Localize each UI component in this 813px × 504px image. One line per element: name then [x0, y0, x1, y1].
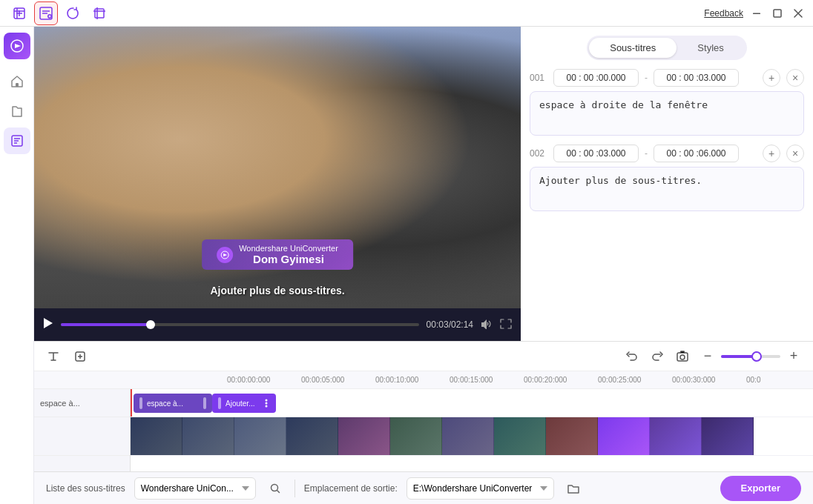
svg-rect-4 [753, 13, 760, 14]
timeline-toolbar: − + [34, 342, 813, 371]
output-select[interactable]: E:\Wondershare UniConverter [406, 477, 554, 500]
tl-text-tool[interactable] [43, 346, 64, 367]
chip-handle-right-1[interactable] [203, 397, 206, 409]
minimize-btn[interactable] [749, 6, 764, 21]
zoom-in-btn[interactable]: + [783, 346, 804, 367]
ruler-mark-2: 00:00:10:000 [375, 376, 450, 384]
top-section: Wondershare UniConverter Dom Gyimesi Ajo… [34, 27, 813, 341]
chip-handle-left-1[interactable] [139, 397, 142, 409]
video-container: Wondershare UniConverter Dom Gyimesi Ajo… [34, 27, 521, 341]
svg-rect-7 [16, 83, 19, 87]
sub-start-2[interactable] [553, 145, 639, 162]
video-frames [131, 417, 813, 455]
subtitle-track-row: espace à... Ajouter... [131, 389, 813, 417]
sub-del-btn-2[interactable]: × [786, 145, 804, 162]
add-clip-btn[interactable] [7, 1, 31, 25]
frame-9 [546, 417, 598, 455]
subtitle-header-2: 002 - + × [530, 145, 804, 162]
redo-btn[interactable] [647, 346, 668, 367]
title-bar: Feedback [0, 0, 813, 27]
brand-text-container: Wondershare UniConverter Dom Gyimesi [239, 244, 338, 265]
track-label-subtitle: espace à... [34, 389, 130, 417]
frame-11 [650, 417, 702, 455]
subtitle-entry-1: 001 - + × [530, 69, 804, 136]
svg-point-13 [266, 399, 268, 402]
svg-rect-5 [774, 10, 781, 17]
timeline-tracks: espace à... [34, 389, 813, 471]
frame-12 [702, 417, 754, 455]
chip-label-2: Ajouter... [226, 399, 258, 408]
bottom-bar: Liste des sous-titres Wondershare UniCon… [34, 471, 813, 504]
fullscreen-btn[interactable] [500, 319, 512, 331]
time-total: 02:14 [451, 319, 473, 330]
frame-10 [598, 417, 650, 455]
video-subtitle-display: Ajouter plus de sous-titres. [210, 285, 344, 296]
close-btn[interactable] [791, 6, 806, 21]
track-label-text: espace à... [40, 399, 80, 408]
frame-1 [131, 417, 182, 455]
chip-label-1: espace à... [147, 399, 199, 408]
snapshot-btn[interactable] [672, 346, 693, 367]
sub-del-btn-1[interactable]: × [786, 69, 804, 87]
maximize-btn[interactable] [770, 6, 785, 21]
subtitle-chip-1[interactable]: espace à... [134, 394, 212, 413]
rotate-btn[interactable] [61, 1, 85, 25]
video-frame: Wondershare UniConverter Dom Gyimesi Ajo… [34, 27, 521, 308]
subtitle-chip-2[interactable]: Ajouter... [212, 394, 276, 413]
bottom-section: − + 00:00:00:000 00:00:05:000 [34, 341, 813, 504]
subtitle-header-1: 001 - + × [530, 69, 804, 87]
volume-btn[interactable] [481, 319, 493, 331]
app-logo [4, 33, 30, 59]
sidebar-files-btn[interactable] [4, 98, 30, 125]
progress-bar[interactable] [61, 323, 419, 326]
feedback-link[interactable]: Feedback [704, 8, 743, 19]
tracks-content: espace à... Ajouter... [131, 389, 813, 471]
subtitle-text-1[interactable] [530, 91, 804, 136]
subtitle-text-2[interactable] [530, 167, 804, 211]
playhead [131, 389, 132, 417]
progress-fill [61, 323, 151, 326]
frame-6 [390, 417, 442, 455]
subtitle-tabs: Sous-titres Styles [587, 36, 747, 60]
chip-handle-left-2[interactable] [218, 397, 221, 409]
ruler-mark-4: 00:00:20:000 [524, 376, 598, 384]
title-bar-right: Feedback [704, 6, 806, 21]
subtitle-list-label: Liste des sous-titres [46, 483, 125, 494]
svg-rect-3 [95, 9, 104, 18]
crop-btn[interactable] [88, 1, 111, 25]
sub-end-1[interactable] [654, 69, 739, 87]
sidebar [0, 27, 34, 504]
sidebar-edit-btn[interactable] [4, 127, 30, 154]
ruler-mark-0: 00:00:00:000 [227, 376, 301, 384]
export-btn[interactable]: Exporter [720, 476, 801, 501]
sub-add-btn-2[interactable]: + [763, 145, 780, 162]
subtitle-search-btn[interactable] [265, 478, 286, 499]
tab-sous-titres[interactable]: Sous-titres [589, 38, 677, 58]
frame-5 [338, 417, 390, 455]
output-label: Emplacement de sortie: [304, 483, 398, 494]
time-sep-2: - [645, 148, 648, 159]
sub-end-2[interactable] [654, 145, 739, 162]
ruler-mark-7: 00:0 [746, 376, 813, 384]
zoom-slider[interactable] [721, 355, 780, 358]
toolbar [7, 1, 111, 25]
frame-7 [442, 417, 494, 455]
subtitle-add-btn[interactable] [34, 1, 58, 25]
timeline-ruler: 00:00:00:000 00:00:05:000 00:00:10:000 0… [34, 371, 813, 389]
subtitle-entry-2: 002 - + × [530, 145, 804, 211]
zoom-out-btn[interactable]: − [697, 346, 718, 367]
play-button[interactable] [43, 317, 53, 332]
folder-btn[interactable] [563, 478, 584, 499]
subtitle-select[interactable]: Wondershare UniCon... [134, 477, 256, 500]
progress-dot [146, 320, 155, 329]
tab-styles[interactable]: Styles [677, 38, 744, 58]
video-brand-overlay: Wondershare UniConverter Dom Gyimesi [202, 239, 353, 270]
sub-add-btn-1[interactable]: + [763, 69, 780, 87]
svg-point-14 [266, 402, 268, 405]
sub-start-1[interactable] [553, 69, 639, 87]
tl-add-tool[interactable] [70, 346, 90, 367]
sidebar-home-btn[interactable] [4, 68, 30, 95]
toolbar-right: − + [622, 346, 804, 367]
undo-btn[interactable] [622, 346, 642, 367]
frame-8 [494, 417, 546, 455]
